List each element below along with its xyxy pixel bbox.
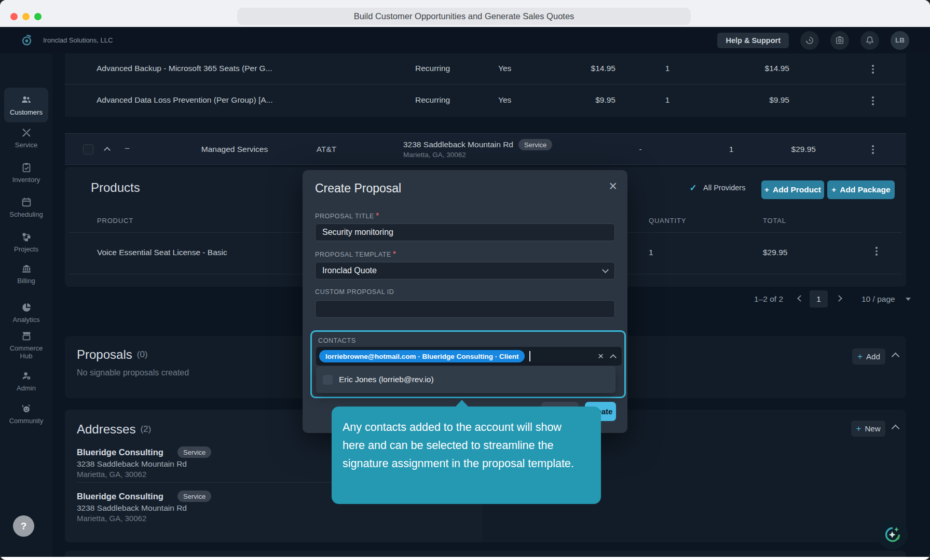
sidebar-label: Community	[9, 417, 44, 425]
sidebar-label: Admin	[17, 384, 36, 392]
ai-sparkle-icon	[884, 526, 901, 543]
plus-icon: +	[764, 185, 769, 194]
history-button[interactable]	[800, 31, 819, 50]
service-badge: Service	[177, 446, 211, 458]
row-menu-button[interactable]	[869, 65, 877, 74]
quantity-cell: 1	[649, 248, 653, 257]
price-cell: -	[625, 145, 656, 154]
ai-assistant-button[interactable]	[878, 520, 908, 550]
addresses-title: Addresses	[77, 422, 135, 437]
sidebar-label: Service	[15, 141, 37, 149]
sidebar-item-community[interactable]: Community	[0, 403, 52, 425]
notifications-button[interactable]	[860, 31, 879, 50]
custom-proposal-id-input[interactable]	[315, 300, 615, 318]
contacts-multiselect-input[interactable]: lorriebrowne@hotmail.com · Blueridge Con…	[316, 347, 622, 366]
chevron-up-icon[interactable]	[610, 354, 617, 361]
contacts-label: CONTACTS	[318, 337, 356, 344]
modal-title: Create Proposal	[315, 181, 401, 195]
table-row[interactable]: Advanced Backup - Microsoft 365 Seats (P…	[65, 53, 906, 85]
scheduling-icon	[21, 197, 32, 208]
collapse-group-icon[interactable]	[104, 147, 111, 153]
contact-option[interactable]: Eric Jones (lorrieb@rev.io)	[339, 375, 434, 384]
row-checkbox[interactable]	[83, 144, 93, 155]
billing-type: Recurring	[415, 95, 450, 105]
price-cell: $9.95	[553, 95, 616, 105]
line-items-table: Advanced Backup - Microsoft 365 Seats (P…	[65, 53, 906, 117]
sidebar-item-customers[interactable]: Customers	[4, 88, 48, 122]
sidebar-label: Analytics	[12, 316, 39, 324]
collapse-addresses-icon[interactable]	[892, 425, 900, 433]
page-number-button[interactable]: 1	[810, 290, 828, 307]
clear-icon[interactable]: ×	[598, 351, 604, 362]
close-window-button[interactable]	[10, 13, 18, 20]
sidebar-item-commerce-hub[interactable]: Commerce Hub	[0, 330, 52, 360]
total-cell: $9.95	[727, 95, 789, 105]
sidebar-item-admin[interactable]: Admin	[0, 370, 52, 392]
service-badge: Service	[177, 491, 211, 502]
prev-page-icon[interactable]	[797, 295, 804, 302]
add-product-button[interactable]: +Add Product	[761, 180, 824, 199]
create-proposal-modal: Create Proposal × PROPOSAL TITLE * Secur…	[303, 170, 627, 433]
punch-clock-icon	[835, 35, 845, 46]
user-avatar[interactable]: LB	[891, 31, 909, 50]
total-cell: $29.95	[763, 248, 787, 257]
proposal-template-label: PROPOSAL TEMPLATE	[315, 251, 391, 258]
address-street: 3238 Saddleback Mountain Rd	[77, 503, 187, 513]
chevron-down-icon	[602, 267, 609, 273]
product-name: Voice Essential Seat License - Basic	[97, 248, 227, 257]
contact-chip[interactable]: lorriebrowne@hotmail.com · Blueridge Con…	[319, 350, 525, 362]
quantity-cell: 1	[652, 95, 683, 105]
new-address-button[interactable]: +New	[851, 421, 885, 437]
custom-proposal-id-label: CUSTOM PROPOSAL ID	[315, 288, 394, 296]
collapse-proposals-icon[interactable]	[892, 353, 900, 361]
product-name: Advanced Backup - Microsoft 365 Seats (P…	[97, 64, 272, 73]
sidebar-label: Commerce Hub	[3, 344, 50, 360]
sidebar-item-inventory[interactable]: Inventory	[0, 162, 52, 184]
billing-type: Recurring	[415, 64, 450, 73]
approved-flag: Yes	[498, 95, 511, 105]
pagination-range: 1–2 of 2	[754, 295, 783, 304]
address-line2: Marietta, GA, 30062	[403, 151, 466, 159]
help-floating-button[interactable]: ?	[13, 515, 34, 537]
address-street: 3238 Saddleback Mountain Rd	[77, 459, 187, 469]
contacts-highlight-box: CONTACTS lorriebrowne@hotmail.com · Blue…	[310, 330, 626, 398]
time-clock-button[interactable]	[830, 31, 849, 50]
option-checkbox[interactable]	[323, 375, 333, 385]
add-package-button[interactable]: +Add Package	[827, 180, 895, 199]
next-page-icon[interactable]	[836, 295, 842, 302]
sidebar: Customers Service Inventory Scheduling P…	[0, 53, 52, 557]
group-row-managed-services[interactable]: − Managed Services AT&T 3238 Saddleback …	[65, 133, 906, 165]
close-icon[interactable]: ×	[609, 179, 617, 193]
sidebar-label: Customers	[10, 108, 43, 116]
history-icon	[804, 35, 815, 46]
sidebar-item-billing[interactable]: Billing	[0, 263, 52, 285]
zoom-window-button[interactable]	[34, 13, 42, 20]
community-icon	[21, 403, 32, 414]
window-title: Build Customer Opportunities and Generat…	[237, 8, 691, 25]
service-address: 3238 Saddleback Mountain Rd Service	[403, 139, 552, 150]
row-menu-button[interactable]	[869, 145, 877, 154]
minimize-window-button[interactable]	[22, 13, 30, 20]
address-line1: 3238 Saddleback Mountain Rd	[403, 140, 513, 149]
remove-group-icon[interactable]: −	[125, 144, 130, 154]
app-window: Build Customer Opportunities and Generat…	[0, 0, 930, 560]
all-providers-checkbox[interactable]: ✓	[688, 183, 699, 193]
sidebar-item-service[interactable]: Service	[0, 127, 52, 149]
commerce-hub-icon	[21, 330, 32, 342]
page-size-select[interactable]: 10 / page	[861, 295, 895, 304]
help-support-button[interactable]: Help & Support	[717, 33, 789, 48]
sidebar-item-scheduling[interactable]: Scheduling	[0, 197, 52, 218]
provider-cell: AT&T	[295, 145, 358, 154]
billing-icon	[21, 263, 32, 274]
sidebar-item-projects[interactable]: Projects	[0, 231, 52, 253]
table-row[interactable]: Advanced Data Loss Prevention (Per Group…	[65, 85, 906, 117]
proposal-title-input[interactable]: Security monitoring	[315, 223, 615, 241]
sidebar-item-analytics[interactable]: Analytics	[0, 302, 52, 324]
proposal-template-select[interactable]: Ironclad Quote	[315, 262, 615, 279]
row-menu-button[interactable]	[869, 96, 877, 105]
row-menu-button[interactable]	[872, 247, 881, 256]
add-proposal-button[interactable]: +Add	[852, 348, 885, 365]
proposals-empty-text: No signable proposals created	[77, 368, 189, 377]
sidebar-label: Billing	[17, 277, 35, 285]
service-icon	[21, 127, 32, 138]
